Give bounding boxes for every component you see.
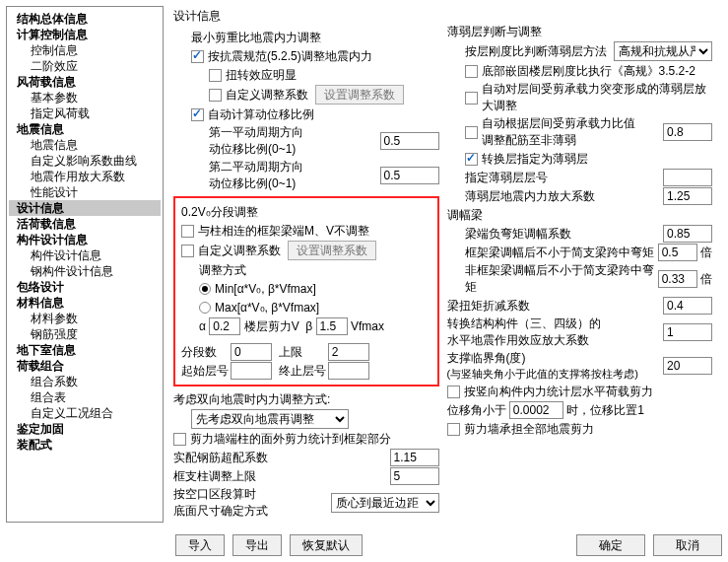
upper-input[interactable] [328,343,369,361]
frame-upper-input[interactable] [390,467,439,485]
alpha-input[interactable] [209,317,240,335]
tree-item[interactable]: 地震信息 [9,121,161,137]
tree-item[interactable]: 基本参数 [9,90,161,105]
label: 调幅梁 [447,206,713,224]
label: 扭转效应明显 [226,67,297,84]
tree-item[interactable]: 装配式 [9,437,161,453]
disp-input[interactable] [509,401,563,419]
tree-item[interactable]: 地震信息 [9,137,161,153]
label: 框支柱调整上限 [173,468,390,485]
label: 水平地震作用效应放大系数 [447,332,664,349]
label: 转换层指定为薄弱层 [482,151,588,168]
checkbox-custom-coef[interactable] [209,89,222,102]
tree-item[interactable]: 二阶效应 [9,58,161,74]
label: 自定义调整系数 [198,243,281,259]
label: 薄弱层地震内力放大系数 [465,188,664,205]
tree-item[interactable]: 材料参数 [9,311,161,326]
auto-ratio-input[interactable] [663,123,712,141]
tree-item[interactable]: 材料信息 [9,295,161,311]
checkbox-auto-ratio[interactable] [465,126,478,139]
radio-min[interactable] [199,283,211,295]
label: 起始层号 [181,363,231,380]
label: β [305,319,312,333]
support-input[interactable] [663,357,712,375]
area-select[interactable]: 质心到最近边距 [331,493,439,513]
tree-item[interactable]: 控制信息 [9,42,161,58]
tree-item[interactable]: 结构总体信息 [9,11,161,27]
checkbox-wall-col[interactable] [173,433,186,446]
struct34-input[interactable] [663,323,712,341]
label: 自动计算动位移比例 [208,106,314,123]
nonframe-input[interactable] [658,270,697,288]
tree-item[interactable]: 指定风荷载 [9,105,161,121]
checkbox-auto-disp[interactable] [191,108,204,121]
label: 上限 [279,344,328,361]
export-button[interactable]: 导出 [232,534,282,556]
dbl-quake-select[interactable]: 先考虑双向地震再调整 [191,409,349,429]
label: 第二平动周期方向 [209,159,380,176]
weak-method-select[interactable]: 高规和抗规从严 [614,41,712,61]
set-coef-button[interactable]: 设置调整系数 [315,85,404,105]
checkbox-adj525[interactable] [191,50,204,63]
tree-item[interactable]: 包络设计 [9,279,161,295]
label: 与柱相连的框架梁端M、V不调整 [198,223,369,240]
tree-item[interactable]: 组合系数 [9,374,161,389]
checkbox-auto-thin[interactable] [465,92,478,105]
label: 自动根据层间受剪承载力比值 [482,115,664,132]
end-floor-input[interactable] [328,362,369,380]
thin-amp-input[interactable] [663,187,712,205]
label: 倍 [700,245,712,261]
checkbox-twist[interactable] [209,69,222,82]
radio-max[interactable] [199,302,211,314]
tree-item[interactable]: 荷载组合 [9,358,161,374]
import-button[interactable]: 导入 [175,534,225,556]
tree-item[interactable]: 地下室信息 [9,342,161,358]
disp-ratio-2-input[interactable] [380,167,439,184]
tree-item[interactable]: 计算控制信息 [9,27,161,42]
beta-input[interactable] [316,317,348,335]
tree-item[interactable]: 活荷载信息 [9,216,161,232]
start-floor-input[interactable] [231,362,272,380]
disp-ratio-1-input[interactable] [380,132,439,150]
checkbox-basement[interactable] [465,65,478,78]
tree-item[interactable]: 自定义影响系数曲线 [9,153,161,169]
checkbox-wall-all[interactable] [447,423,460,436]
tree-item[interactable]: 构件设计信息 [9,247,161,263]
tree-item[interactable]: 组合表 [9,389,161,405]
label: 按空口区段算时 [173,486,331,503]
rebar-input[interactable] [390,449,439,466]
label: 调整配筋至非薄弱 [482,132,664,149]
label: 倍 [700,271,712,288]
seg-count-input[interactable] [231,343,272,361]
tree-item[interactable]: 钢构件设计信息 [9,263,161,279]
tree-item[interactable]: 风荷载信息 [9,74,161,90]
label: 按层刚度比判断薄弱层方法 [465,43,615,60]
label: 时，位移比置1 [566,402,644,419]
tree-item[interactable]: 自定义工况组合 [9,405,161,421]
label: 调整方式 [181,261,431,279]
checkbox-conv[interactable] [465,153,478,166]
ok-button[interactable]: 确定 [576,534,645,556]
tree-item[interactable]: 鉴定加固 [9,421,161,437]
checkbox-custom2[interactable] [181,245,194,257]
tor-input[interactable] [663,297,712,315]
checkbox-per-member[interactable] [447,386,460,398]
tree-item[interactable]: 钢筋强度 [9,326,161,342]
neg-bend-input[interactable] [663,225,712,243]
reset-button[interactable]: 恢复默认 [290,534,363,556]
label: 楼层剪力V [244,318,299,335]
tree-item[interactable]: 地震作用放大系数 [9,169,161,184]
tree-item[interactable]: 构件设计信息 [9,232,161,247]
label: 0.2V₀分段调整 [181,203,431,221]
tree-item[interactable]: 性能设计 [9,184,161,200]
cancel-button[interactable]: 取消 [653,534,722,556]
set-coef-button-2[interactable]: 设置调整系数 [288,241,376,260]
label: 框架梁调幅后不小于简支梁跨中弯矩 [465,245,658,261]
thin-no-input[interactable] [663,169,712,186]
checkbox-no-adjust-mv[interactable] [181,225,194,238]
label: α [199,319,206,333]
beam-frame-input[interactable] [658,244,697,261]
tree-item-selected[interactable]: 设计信息 [9,200,161,216]
v0-segment-box: 0.2V₀分段调整 与柱相连的框架梁端M、V不调整 自定义调整系数 设置调整系数… [173,196,439,386]
label: 按竖向构件内力统计层水平荷载剪力 [464,384,653,400]
